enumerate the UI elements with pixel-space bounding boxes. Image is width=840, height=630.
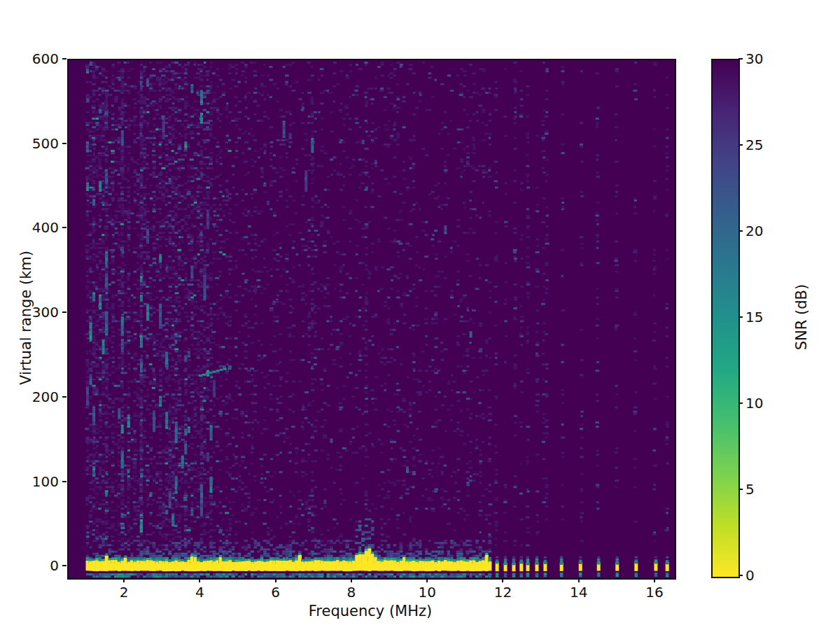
x-tick-mark bbox=[502, 578, 503, 582]
colorbar-tick-label: 10 bbox=[746, 395, 763, 412]
heatmap-canvas bbox=[69, 60, 675, 578]
x-tick-mark bbox=[123, 578, 125, 582]
y-tick-label: 0 bbox=[13, 557, 59, 574]
colorbar-tick-label: 0 bbox=[746, 567, 755, 584]
colorbar-tick-mark bbox=[738, 575, 743, 576]
y-tick-mark bbox=[62, 312, 66, 313]
y-tick-label: 300 bbox=[13, 304, 59, 321]
x-tick-label: 4 bbox=[178, 584, 220, 601]
plot-area bbox=[67, 59, 676, 580]
x-tick-label: 2 bbox=[103, 584, 145, 601]
colorbar-label: SNR (dB) bbox=[793, 284, 810, 350]
x-tick-label: 16 bbox=[634, 584, 676, 601]
colorbar-tick-label: 30 bbox=[746, 50, 763, 67]
y-tick-mark bbox=[62, 396, 66, 398]
x-tick-label: 12 bbox=[482, 584, 524, 601]
colorbar-tick-label: 25 bbox=[746, 136, 763, 153]
y-tick-label: 200 bbox=[13, 388, 59, 405]
y-tick-label: 500 bbox=[13, 135, 59, 152]
colorbar bbox=[711, 59, 740, 578]
colorbar-tick-label: 20 bbox=[746, 223, 763, 239]
x-tick-label: 6 bbox=[255, 584, 297, 601]
x-tick-mark bbox=[199, 578, 200, 582]
colorbar-tick-mark bbox=[738, 144, 743, 146]
y-tick-mark bbox=[62, 565, 66, 566]
y-tick-label: 600 bbox=[13, 50, 59, 67]
colorbar-gradient bbox=[713, 60, 738, 577]
colorbar-tick-mark bbox=[738, 58, 743, 59]
y-tick-mark bbox=[62, 481, 66, 482]
ionogram-figure: IRF Uppsala SDR Ionosonde UP158 2025-10-… bbox=[0, 0, 840, 630]
x-tick-mark bbox=[275, 578, 276, 582]
x-tick-mark bbox=[654, 578, 655, 582]
y-tick-mark bbox=[62, 227, 66, 228]
colorbar-tick-mark bbox=[738, 230, 743, 232]
colorbar-tick-mark bbox=[738, 316, 743, 318]
y-tick-mark bbox=[62, 58, 66, 59]
colorbar-tick-label: 15 bbox=[746, 309, 763, 326]
x-tick-mark bbox=[351, 578, 352, 582]
x-tick-label: 14 bbox=[558, 584, 600, 601]
y-tick-label: 100 bbox=[13, 473, 59, 490]
y-tick-label: 400 bbox=[13, 219, 59, 236]
colorbar-tick-mark bbox=[738, 402, 743, 404]
x-axis-label: Frequency (MHz) bbox=[67, 603, 673, 620]
x-tick-label: 8 bbox=[330, 584, 372, 601]
x-tick-mark bbox=[426, 578, 428, 582]
y-tick-mark bbox=[62, 143, 66, 144]
x-tick-mark bbox=[578, 578, 580, 582]
x-tick-label: 10 bbox=[406, 584, 448, 601]
colorbar-tick-label: 5 bbox=[746, 481, 755, 498]
colorbar-tick-mark bbox=[738, 489, 743, 490]
